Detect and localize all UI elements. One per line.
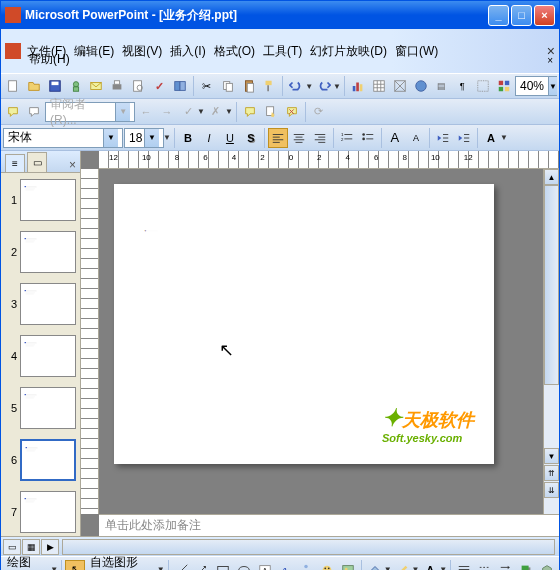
textbox-button[interactable]: A	[255, 560, 275, 571]
accept-dropdown[interactable]: ▼	[197, 107, 205, 116]
shadow-button[interactable]: S	[241, 128, 261, 148]
line-color-dropdown[interactable]: ▼	[411, 565, 419, 570]
picture-button[interactable]	[338, 560, 358, 571]
print-button[interactable]	[107, 76, 127, 96]
font-combo[interactable]: 宋体 ▼	[3, 128, 123, 148]
increase-indent-button[interactable]	[454, 128, 474, 148]
font-size-combo[interactable]: 18 ▼	[124, 128, 164, 148]
menu-slideshow[interactable]: 幻灯片放映(D)	[310, 43, 387, 60]
clipart-button[interactable]	[317, 560, 337, 571]
line-color-button[interactable]	[393, 560, 413, 571]
color-button[interactable]	[494, 76, 514, 96]
thumbnail-item[interactable]: 4	[3, 333, 78, 379]
outline-tab[interactable]: ≡	[5, 154, 25, 172]
notes-pane[interactable]: 单击此处添加备注	[99, 514, 559, 536]
reviewer-combo[interactable]: 审阅者(R)... ▼	[45, 102, 135, 122]
dash-style-button[interactable]	[475, 560, 495, 571]
fill-color-dropdown[interactable]: ▼	[384, 565, 392, 570]
italic-button[interactable]: I	[199, 128, 219, 148]
preview-button[interactable]	[128, 76, 148, 96]
menu-window[interactable]: 窗口(W)	[395, 43, 438, 60]
fill-color-button[interactable]	[365, 560, 385, 571]
menu-overflow-button[interactable]: ×	[547, 55, 553, 66]
accept-button[interactable]: ✓	[178, 102, 198, 122]
minimize-button[interactable]: _	[488, 5, 509, 26]
edit-comment-button[interactable]	[261, 102, 281, 122]
sorter-view-button[interactable]: ▦	[22, 539, 40, 555]
thumbnail-item[interactable]: 2	[3, 229, 78, 275]
3d-style-button[interactable]	[537, 560, 557, 571]
maximize-button[interactable]: □	[511, 5, 532, 26]
close-button[interactable]: ×	[534, 5, 555, 26]
menu-format[interactable]: 格式(O)	[214, 43, 255, 60]
open-button[interactable]	[24, 76, 44, 96]
arrow-button[interactable]	[193, 560, 213, 571]
menu-view[interactable]: 视图(V)	[122, 43, 162, 60]
oval-button[interactable]	[234, 560, 254, 571]
tables-borders-button[interactable]	[390, 76, 410, 96]
font-color-button[interactable]: A	[481, 128, 501, 148]
spelling-button[interactable]: ✓	[149, 76, 169, 96]
line-button[interactable]	[172, 560, 192, 571]
redo-dropdown[interactable]: ▼	[333, 82, 341, 91]
font-size-dropdown[interactable]: ▼	[163, 133, 171, 142]
rectangle-button[interactable]	[213, 560, 233, 571]
decrease-indent-button[interactable]	[433, 128, 453, 148]
menu-edit[interactable]: 编辑(E)	[74, 43, 114, 60]
format-painter-button[interactable]	[260, 76, 280, 96]
redo-button[interactable]	[314, 76, 334, 96]
expand-button[interactable]: ▤	[431, 76, 451, 96]
draw-menu[interactable]: 绘图(R)	[3, 554, 51, 570]
slide-canvas[interactable]: ↖ ✦天极软件 Soft.yesky.com	[99, 169, 543, 514]
insert-table-button[interactable]	[369, 76, 389, 96]
research-button[interactable]	[170, 76, 190, 96]
show-markup-button[interactable]	[3, 102, 23, 122]
prev-slide-button[interactable]: ⇈	[544, 465, 559, 481]
normal-view-button[interactable]: ▭	[3, 539, 21, 555]
new-button[interactable]	[3, 76, 23, 96]
insert-comment-button[interactable]	[240, 102, 260, 122]
zoom-combo[interactable]: 40% ▼	[515, 76, 557, 96]
wordart-button[interactable]: A	[276, 560, 296, 571]
delete-comment-button[interactable]	[282, 102, 302, 122]
select-objects-button[interactable]: ↖	[65, 560, 85, 571]
menu-help[interactable]: 帮助(H)	[29, 52, 70, 66]
show-formatting-button[interactable]: ¶	[452, 76, 472, 96]
thumbnail-close-button[interactable]: ×	[69, 158, 76, 172]
menu-insert[interactable]: 插入(I)	[170, 43, 205, 60]
shadow-style-button[interactable]	[516, 560, 536, 571]
slide[interactable]: ↖ ✦天极软件 Soft.yesky.com	[114, 184, 494, 464]
slideshow-view-button[interactable]: ▶	[41, 539, 59, 555]
next-change-button[interactable]: →	[157, 102, 177, 122]
align-center-button[interactable]	[289, 128, 309, 148]
menu-tools[interactable]: 工具(T)	[263, 43, 302, 60]
thumbnail-item[interactable]: 1	[3, 177, 78, 223]
line-style-button[interactable]	[454, 560, 474, 571]
scroll-down-button[interactable]: ▼	[544, 448, 559, 464]
bold-button[interactable]: B	[178, 128, 198, 148]
copy-button[interactable]	[218, 76, 238, 96]
end-review-button[interactable]: ⟳	[309, 102, 329, 122]
insert-hyperlink-button[interactable]	[411, 76, 431, 96]
slides-tab[interactable]: ▭	[27, 152, 47, 172]
decrease-font-button[interactable]: A	[406, 128, 426, 148]
arrow-style-button[interactable]	[496, 560, 516, 571]
scroll-up-button[interactable]: ▲	[544, 169, 559, 185]
increase-font-button[interactable]: A	[385, 128, 405, 148]
permission-button[interactable]	[66, 76, 86, 96]
align-right-button[interactable]	[310, 128, 330, 148]
thumbnail-item[interactable]: 3	[3, 281, 78, 327]
scroll-thumb[interactable]	[544, 185, 559, 385]
numbering-button[interactable]: 12	[337, 128, 357, 148]
bullets-button[interactable]	[358, 128, 378, 148]
vertical-scrollbar[interactable]: ▲ ▼ ⇈ ⇊	[543, 169, 559, 514]
diagram-button[interactable]	[297, 560, 317, 571]
save-button[interactable]	[45, 76, 65, 96]
undo-button[interactable]	[286, 76, 306, 96]
align-left-button[interactable]	[268, 128, 288, 148]
paste-button[interactable]	[239, 76, 259, 96]
thumbnail-item[interactable]: 6	[3, 437, 78, 483]
font-color-draw-dropdown[interactable]: ▼	[439, 565, 447, 570]
prev-change-button[interactable]: ←	[136, 102, 156, 122]
thumbnail-list[interactable]: 12345678	[1, 173, 80, 536]
